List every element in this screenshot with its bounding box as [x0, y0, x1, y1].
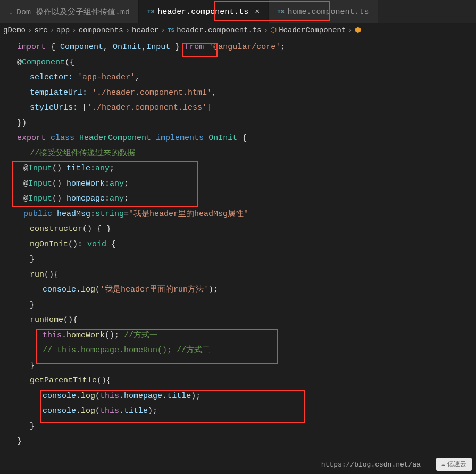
breadcrumb-item[interactable]: gDemo	[3, 26, 26, 35]
class-icon: ⬡	[270, 26, 277, 35]
breadcrumb-item[interactable]: HeaderComponent	[279, 26, 346, 35]
ts-icon: TS	[168, 27, 174, 34]
breadcrumb-item[interactable]: src	[34, 26, 47, 35]
cube-icon: ⬢	[355, 26, 361, 35]
breadcrumb-item[interactable]: header.component.ts	[177, 26, 262, 35]
watermark-url: https://blog.csdn.net/aa	[321, 461, 421, 469]
code-editor[interactable]: import { Component, OnInit,Input } from …	[0, 37, 476, 453]
tab-home-component[interactable]: TS home.component.ts	[269, 0, 378, 23]
close-icon[interactable]: ×	[255, 7, 260, 16]
tab-label: Dom 操作以及父子组件传值.md	[16, 7, 130, 17]
tab-label: home.component.ts	[287, 7, 369, 16]
editor-tabs: ↓ Dom 操作以及父子组件传值.md TS header.component.…	[0, 0, 476, 23]
breadcrumb-item[interactable]: components	[79, 26, 123, 35]
ts-icon: TS	[277, 9, 284, 15]
md-icon: ↓	[9, 7, 13, 16]
breadcrumb-item[interactable]: header	[132, 26, 158, 35]
tab-label: header.component.ts	[157, 7, 248, 16]
ts-icon: TS	[147, 9, 154, 15]
tab-dom-md[interactable]: ↓ Dom 操作以及父子组件传值.md	[0, 0, 139, 23]
watermark: ☁ 亿速云	[436, 458, 472, 471]
breadcrumb[interactable]: gDemo› src› app› components› header› TS …	[0, 23, 476, 37]
tab-header-component[interactable]: TS header.component.ts ×	[139, 0, 269, 23]
cloud-icon: ☁	[441, 460, 445, 468]
breadcrumb-item[interactable]: app	[56, 26, 70, 35]
